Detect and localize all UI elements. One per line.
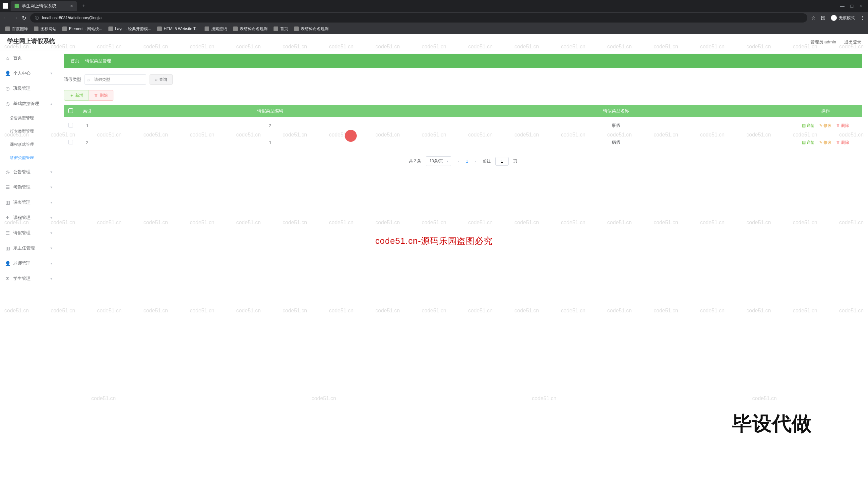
logout-link[interactable]: 退出登录 xyxy=(844,39,861,45)
reload-button[interactable]: ↻ xyxy=(22,15,26,21)
chevron-down-icon: ▾ xyxy=(51,246,52,250)
search-input[interactable] xyxy=(85,74,146,85)
sidebar-sub-checkin-type[interactable]: 打卡类型管理 xyxy=(0,125,58,138)
minimize-icon[interactable]: — xyxy=(840,3,844,9)
breadcrumb-home[interactable]: 首页 xyxy=(71,58,79,64)
col-code: 请假类型编码 xyxy=(97,105,443,117)
header-checkbox[interactable] xyxy=(64,105,77,117)
bookmarks-bar: 百度翻译 图标网站 Element - 网站快... Layui - 经典开源模… xyxy=(0,24,868,34)
clock-icon: ◷ xyxy=(5,170,10,174)
goto-page-input[interactable] xyxy=(495,157,508,166)
bookmark-item[interactable]: HTML5 Website T... xyxy=(157,27,198,31)
bookmark-item[interactable]: 表结构命名规则 xyxy=(233,26,268,32)
trash-icon: 🗑 xyxy=(94,93,98,98)
close-tab-icon[interactable]: × xyxy=(70,3,73,9)
sidebar-sub-notice-type[interactable]: 公告类型管理 xyxy=(0,111,58,125)
add-button[interactable]: ＋新增 xyxy=(64,90,89,101)
chevron-down-icon: ▾ xyxy=(446,159,448,163)
trash-icon: 🗑 xyxy=(836,123,840,128)
bookmark-item[interactable]: Layui - 经典开源模... xyxy=(108,26,151,32)
app-title: 学生网上请假系统 xyxy=(7,37,55,45)
cell-code: 1 xyxy=(97,134,443,151)
col-name: 请假类型名称 xyxy=(443,105,789,117)
sidebar: ⌂首页 👤个人中心▾ ◷班级管理 ◷基础数据管理▴ 公告类型管理 打卡类型管理 … xyxy=(0,50,58,477)
bookmark-icon xyxy=(108,27,113,31)
sidebar-item-student[interactable]: ✉学生管理▾ xyxy=(0,271,58,286)
cell-name: 病假 xyxy=(443,134,789,151)
sidebar-item-profile[interactable]: 👤个人中心▾ xyxy=(0,66,58,81)
key-icon[interactable]: ⚿ xyxy=(821,15,826,21)
sidebar-item-dean[interactable]: ▥系主任管理▾ xyxy=(0,240,58,256)
forward-button[interactable]: → xyxy=(12,15,18,21)
col-actions: 操作 xyxy=(789,105,862,117)
bookmark-icon xyxy=(274,27,278,31)
goto-suffix: 页 xyxy=(513,158,517,164)
table-row: 2 1 病假 ▤详情 ✎修改 🗑删除 xyxy=(64,134,862,151)
cell-name: 事假 xyxy=(443,117,789,134)
back-button[interactable]: ← xyxy=(3,15,9,21)
search-icon: ⌕ xyxy=(87,77,90,82)
bookmark-icon xyxy=(294,27,299,31)
row-edit-button[interactable]: ✎修改 xyxy=(819,140,832,145)
bookmark-item[interactable]: 表结构命名规则 xyxy=(294,26,329,32)
browser-chrome: 学生网上请假系统 × + — □ × ← → ↻ ⓘ localhost:808… xyxy=(0,0,868,34)
row-edit-button[interactable]: ✎修改 xyxy=(819,123,832,129)
bookmark-item[interactable]: Element - 网站快... xyxy=(62,26,102,32)
search-label: 请假类型 xyxy=(64,76,81,82)
cell-index: 2 xyxy=(77,134,97,151)
row-checkbox[interactable] xyxy=(68,123,73,128)
bookmark-item[interactable]: 图标网站 xyxy=(34,26,56,32)
url-field[interactable]: ⓘ localhost:8081/#/dictionaryQingjia xyxy=(30,13,807,23)
browser-menu-icon[interactable]: ⋮ xyxy=(860,15,865,21)
sidebar-item-timetable[interactable]: ▥课表管理▾ xyxy=(0,195,58,210)
sidebar-sub-course-type[interactable]: 课程形式管理 xyxy=(0,138,58,151)
incognito-indicator: 无痕模式 xyxy=(831,15,855,21)
delete-button[interactable]: 🗑删除 xyxy=(89,90,114,101)
calendar-icon: ▥ xyxy=(5,200,10,205)
mail-icon: ✉ xyxy=(5,276,10,281)
main-content: 首页 请假类型管理 请假类型 ⌕ ⌕ 查询 ＋新增 🗑删除 xyxy=(58,50,868,477)
new-tab-button[interactable]: + xyxy=(80,2,88,10)
row-checkbox[interactable] xyxy=(68,140,73,144)
edit-icon: ✎ xyxy=(819,123,823,128)
gear-icon: ◷ xyxy=(5,101,10,106)
sidebar-sub-leave-type[interactable]: 请假类型管理 xyxy=(0,151,58,164)
bookmark-star-icon[interactable]: ☆ xyxy=(811,15,816,21)
sidebar-item-course[interactable]: ✈课程管理▾ xyxy=(0,210,58,225)
query-button[interactable]: ⌕ 查询 xyxy=(150,74,173,85)
bookmark-item[interactable]: 百度翻译 xyxy=(5,26,28,32)
sidebar-item-attendance[interactable]: ☰考勤管理▾ xyxy=(0,179,58,195)
row-detail-button[interactable]: ▤详情 xyxy=(802,140,815,145)
current-page[interactable]: 1 xyxy=(466,159,468,164)
search-row: 请假类型 ⌕ ⌕ 查询 xyxy=(64,74,862,85)
chevron-down-icon: ▾ xyxy=(51,185,52,190)
sidebar-item-notice[interactable]: ◷公告管理▾ xyxy=(0,164,58,179)
bookmark-item[interactable]: 搜索壁纸 xyxy=(205,26,227,32)
send-icon: ✈ xyxy=(5,215,10,220)
sidebar-item-class[interactable]: ◷班级管理 xyxy=(0,81,58,96)
prev-page-button[interactable]: ‹ xyxy=(456,159,461,164)
row-delete-button[interactable]: 🗑删除 xyxy=(836,123,849,129)
sidebar-item-home[interactable]: ⌂首页 xyxy=(0,50,58,66)
doc-icon: ▤ xyxy=(802,140,806,145)
chevron-down-icon: ▾ xyxy=(51,216,52,220)
sidebar-item-leave[interactable]: ☰请假管理▾ xyxy=(0,225,58,240)
doc-icon: ▤ xyxy=(802,123,806,128)
maximize-icon[interactable]: □ xyxy=(850,3,853,9)
sidebar-item-basedata[interactable]: ◷基础数据管理▴ xyxy=(0,96,58,111)
edit-icon: ✎ xyxy=(819,140,823,145)
user-label[interactable]: 管理员 admin xyxy=(810,39,836,45)
chevron-down-icon: ▾ xyxy=(51,231,52,235)
next-page-button[interactable]: › xyxy=(473,159,478,164)
sidebar-item-teacher[interactable]: 👤老师管理▾ xyxy=(0,256,58,271)
page-size-select[interactable]: 10条/页 ▾ xyxy=(426,156,451,166)
bookmark-item[interactable]: 首页 xyxy=(274,26,288,32)
close-window-icon[interactable]: × xyxy=(859,3,862,9)
site-info-icon[interactable]: ⓘ xyxy=(35,15,39,21)
browser-tab[interactable]: 学生网上请假系统 × xyxy=(10,1,77,11)
bookmark-icon xyxy=(34,27,38,31)
app-header: 学生网上请假系统 管理员 admin 退出登录 xyxy=(0,34,868,50)
row-detail-button[interactable]: ▤详情 xyxy=(802,123,815,129)
address-bar: ← → ↻ ⓘ localhost:8081/#/dictionaryQingj… xyxy=(0,12,868,24)
row-delete-button[interactable]: 🗑删除 xyxy=(836,140,849,145)
